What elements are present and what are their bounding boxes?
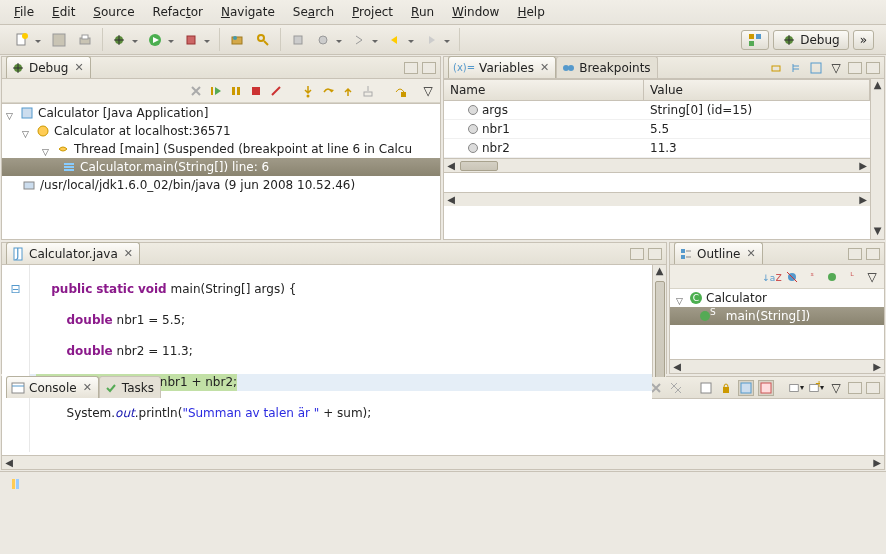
breakpoints-tab[interactable]: Breakpoints (556, 56, 657, 78)
collapse-all-button[interactable] (808, 60, 824, 76)
breakpoints-tab-label: Breakpoints (579, 61, 650, 75)
tree-conn-row[interactable]: Calculator at localhost:36571 (2, 122, 440, 140)
search-button[interactable] (252, 29, 274, 51)
menu-source[interactable]: Source (85, 2, 142, 22)
table-row[interactable]: nbr211.3 (444, 139, 870, 158)
outline-tree[interactable]: CCalculator Smain(String[]) (670, 289, 884, 359)
menu-run[interactable]: Run (403, 2, 442, 22)
back-button[interactable] (385, 29, 417, 51)
close-icon[interactable]: ✕ (74, 61, 83, 74)
tree-process-row[interactable]: /usr/local/jdk1.6.0_02/bin/java (9 jun 2… (2, 176, 440, 194)
editor-tab[interactable]: J Calculator.java ✕ (6, 242, 140, 264)
h-scrollbar[interactable]: ◀▶ (670, 359, 884, 373)
minimize-button[interactable] (848, 382, 862, 394)
debug-perspective-button[interactable]: Debug (773, 30, 848, 50)
close-icon[interactable]: ✕ (124, 247, 133, 260)
maximize-button[interactable] (866, 382, 880, 394)
debug-tree[interactable]: Calculator [Java Application] Calculator… (2, 103, 440, 239)
open-perspective-button[interactable] (741, 30, 769, 50)
debug-tab[interactable]: Debug ✕ (6, 56, 91, 78)
view-menu-button[interactable]: ▽ (828, 380, 844, 396)
drop-to-frame-button[interactable] (360, 83, 376, 99)
hide-static-button[interactable]: ˢ (804, 269, 820, 285)
menu-search[interactable]: Search (285, 2, 342, 22)
h-scrollbar[interactable]: ◀▶ (444, 158, 870, 172)
code-editor[interactable]: ⊟ public static void main(String[] args)… (2, 265, 652, 452)
new-project-button[interactable] (226, 29, 248, 51)
skip-breakpoints-button[interactable] (313, 29, 345, 51)
outline-class-row[interactable]: CCalculator (670, 289, 884, 307)
console-tab[interactable]: Console ✕ (6, 376, 99, 398)
h-scrollbar[interactable]: ◀▶ (2, 455, 884, 469)
menu-edit[interactable]: Edit (44, 2, 83, 22)
minimize-button[interactable] (630, 248, 644, 260)
sort-button[interactable]: ↓az (764, 269, 780, 285)
close-icon[interactable]: ✕ (746, 247, 755, 260)
menu-help[interactable]: Help (509, 2, 552, 22)
step-button[interactable] (349, 29, 381, 51)
show-type-names-button[interactable] (768, 60, 784, 76)
menu-refactor[interactable]: Refactor (145, 2, 211, 22)
clear-console-button[interactable] (698, 380, 714, 396)
menu-project[interactable]: Project (344, 2, 401, 22)
step-return-button[interactable] (340, 83, 356, 99)
debug-button[interactable] (109, 29, 141, 51)
minimize-button[interactable] (404, 62, 418, 74)
outline-tab[interactable]: Outline ✕ (674, 242, 763, 264)
maximize-button[interactable] (648, 248, 662, 260)
print-button[interactable] (74, 29, 96, 51)
terminate-button[interactable] (248, 83, 264, 99)
pin-console-button[interactable] (738, 380, 754, 396)
tree-frame-row[interactable]: Calculator.main(String[]) line: 6 (2, 158, 440, 176)
display-selected-button[interactable] (758, 380, 774, 396)
view-menu-button[interactable]: ▽ (864, 269, 880, 285)
view-menu-button[interactable]: ▽ (420, 83, 436, 99)
toggle-breakpoint-button[interactable] (287, 29, 309, 51)
hide-fields-button[interactable] (784, 269, 800, 285)
perspective-more-button[interactable]: » (853, 30, 874, 50)
save-button[interactable] (48, 29, 70, 51)
remove-all-button[interactable] (668, 380, 684, 396)
run-button[interactable] (145, 29, 177, 51)
editor-gutter[interactable]: ⊟ (2, 265, 30, 452)
detail-pane[interactable] (444, 172, 870, 192)
step-into-button[interactable] (300, 83, 316, 99)
maximize-button[interactable] (866, 62, 880, 74)
scroll-lock-button[interactable] (718, 380, 734, 396)
col-value[interactable]: Value (644, 80, 870, 100)
menu-window[interactable]: Window (444, 2, 507, 22)
resume-button[interactable] (208, 83, 224, 99)
tasks-tab[interactable]: Tasks (99, 376, 161, 398)
view-menu-button[interactable]: ▽ (828, 60, 844, 76)
maximize-button[interactable] (866, 248, 880, 260)
remove-terminated-button[interactable] (188, 83, 204, 99)
menu-file[interactable]: File (6, 2, 42, 22)
new-button[interactable] (12, 29, 44, 51)
col-name[interactable]: Name (444, 80, 644, 100)
menu-navigate[interactable]: Navigate (213, 2, 283, 22)
close-icon[interactable]: ✕ (540, 61, 549, 74)
table-row[interactable]: nbr15.5 (444, 120, 870, 139)
h-scrollbar[interactable]: ◀▶ (444, 192, 870, 206)
tree-app-row[interactable]: Calculator [Java Application] (2, 104, 440, 122)
hide-local-button[interactable]: ᴸ (844, 269, 860, 285)
ext-tools-button[interactable] (181, 29, 213, 51)
variables-tab[interactable]: (x)= Variables ✕ (448, 56, 556, 78)
disconnect-button[interactable] (268, 83, 284, 99)
show-logical-button[interactable] (788, 60, 804, 76)
close-icon[interactable]: ✕ (83, 381, 92, 394)
forward-button[interactable] (421, 29, 453, 51)
minimize-button[interactable] (848, 248, 862, 260)
minimize-button[interactable] (848, 62, 862, 74)
use-step-filters-button[interactable] (392, 83, 408, 99)
open-console-button[interactable]: ▾ (788, 380, 804, 396)
new-console-button[interactable]: +▾ (808, 380, 824, 396)
table-row[interactable]: argsString[0] (id=15) (444, 101, 870, 120)
maximize-button[interactable] (422, 62, 436, 74)
step-over-button[interactable] (320, 83, 336, 99)
tree-thread-row[interactable]: Thread [main] (Suspended (breakpoint at … (2, 140, 440, 158)
suspend-button[interactable] (228, 83, 244, 99)
hide-nonpublic-button[interactable] (824, 269, 840, 285)
outline-method-row[interactable]: Smain(String[]) (670, 307, 884, 325)
v-scrollbar[interactable]: ▲▼ (870, 79, 884, 239)
